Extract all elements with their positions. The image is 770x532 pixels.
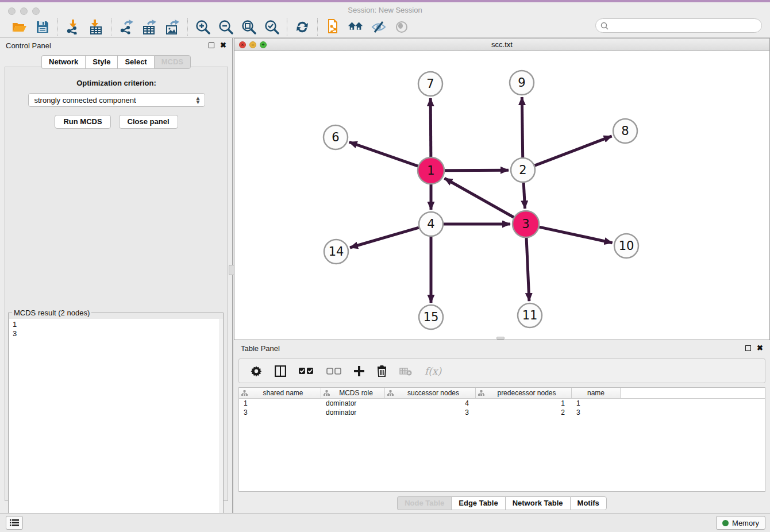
column-view-icon[interactable] (275, 365, 286, 377)
cell-name[interactable]: 3 (572, 408, 621, 417)
graph-node-4[interactable]: 4 (419, 212, 443, 236)
cell-mcds-role[interactable]: dominator (321, 408, 385, 417)
column-header-successor-nodes[interactable]: successor nodes (385, 388, 476, 398)
tab-mcds[interactable]: MCDS (154, 55, 191, 69)
function-builder-icon[interactable]: f(x) (425, 365, 441, 377)
tab-network[interactable]: Network (41, 55, 85, 69)
mcds-tab-content: Optimization criterion: strongly connect… (5, 67, 228, 501)
save-session-icon[interactable] (34, 19, 51, 35)
graph-edge-1-2[interactable] (445, 170, 509, 171)
open-session-icon[interactable] (11, 19, 28, 35)
add-column-icon[interactable] (354, 366, 364, 376)
column-header-shared-name[interactable]: shared name (239, 388, 321, 398)
search-input[interactable] (611, 21, 761, 30)
tab-edge-table[interactable]: Edge Table (451, 496, 505, 510)
table-row[interactable]: 3 dominator 3 2 3 (239, 408, 765, 417)
panel-split-divider[interactable] (232, 38, 233, 513)
global-search[interactable] (595, 18, 762, 33)
cell-successor-nodes[interactable]: 4 (385, 399, 476, 408)
node-table[interactable]: shared name MCDS role successor nodes pr… (238, 387, 765, 492)
cell-mcds-role[interactable]: dominator (321, 399, 385, 408)
export-image-icon[interactable] (164, 19, 180, 35)
graph-node-15[interactable]: 15 (419, 305, 443, 329)
cell-shared-name[interactable]: 3 (239, 408, 321, 417)
new-network-from-selection-icon[interactable] (325, 19, 341, 35)
graph-edge-2-9[interactable] (522, 97, 522, 157)
zoom-in-icon[interactable] (195, 19, 211, 35)
cell-predecessor-nodes[interactable]: 1 (476, 399, 572, 408)
select-all-icon[interactable] (299, 367, 314, 375)
mcds-result-text[interactable]: 1 3 (9, 319, 222, 527)
first-neighbors-icon[interactable] (348, 19, 364, 35)
network-maximize-icon[interactable]: + (260, 41, 267, 48)
zoom-selected-icon[interactable] (264, 19, 280, 35)
result-scrollbar[interactable] (219, 319, 223, 527)
column-header-mcds-role[interactable]: MCDS role (321, 388, 385, 398)
graph-node-label: 2 (519, 163, 526, 177)
cell-successor-nodes[interactable]: 3 (385, 408, 476, 417)
graph-edge-3-11[interactable] (526, 238, 529, 301)
show-all-icon[interactable] (394, 19, 410, 35)
graph-node-10[interactable]: 10 (614, 234, 638, 258)
tab-node-table[interactable]: Node Table (397, 496, 451, 510)
main-toolbar (0, 16, 770, 38)
delete-icon[interactable] (377, 365, 387, 377)
float-table-panel-icon[interactable] (745, 345, 751, 351)
graph-node-14[interactable]: 14 (324, 240, 348, 264)
tab-network-table[interactable]: Network Table (505, 496, 570, 510)
import-network-icon[interactable] (65, 19, 81, 35)
network-minimize-icon[interactable]: − (249, 41, 256, 48)
zoom-fit-icon[interactable] (241, 19, 257, 35)
deselect-all-icon[interactable] (326, 367, 341, 375)
export-table-icon[interactable] (141, 19, 157, 35)
close-panel-button[interactable]: Close panel (119, 115, 178, 129)
graph-edge-4-14[interactable] (350, 228, 419, 248)
column-header-predecessor-nodes[interactable]: predecessor nodes (476, 388, 572, 398)
graph-node-1[interactable]: 1 (418, 157, 444, 184)
tab-select[interactable]: Select (117, 55, 153, 69)
graph-node-11[interactable]: 11 (518, 303, 542, 327)
import-table-icon[interactable] (88, 19, 104, 35)
settings-gear-icon[interactable] (251, 365, 262, 377)
app-titlebar: Session: New Session (0, 2, 770, 16)
graph-node-3[interactable]: 3 (513, 211, 539, 237)
graph-edge-1-6[interactable] (349, 142, 418, 166)
export-network-icon[interactable] (118, 19, 134, 35)
network-window-title: scc.txt (234, 38, 769, 51)
tab-motifs[interactable]: Motifs (570, 496, 607, 510)
criterion-select[interactable]: strongly connected component ▲▼ (28, 93, 205, 107)
graph-node-label: 15 (424, 310, 439, 324)
network-canvas[interactable]: 7968124314101511 (234, 51, 769, 340)
graph-edge-2-3[interactable] (523, 183, 525, 209)
refresh-icon[interactable] (294, 19, 310, 35)
hide-selected-icon[interactable] (371, 19, 387, 35)
control-panel-title: Control Panel (6, 41, 209, 50)
table-row[interactable]: 1 dominator 4 1 1 (239, 399, 765, 408)
graph-node-label: 9 (518, 76, 525, 90)
graph-node-2[interactable]: 2 (511, 158, 535, 182)
close-panel-icon[interactable]: ✖ (220, 43, 226, 48)
graph-node-7[interactable]: 7 (418, 72, 442, 96)
clear-table-icon[interactable] (399, 367, 412, 376)
memory-button[interactable]: Memory (716, 516, 765, 530)
cell-predecessor-nodes[interactable]: 2 (476, 408, 572, 417)
network-window-titlebar[interactable]: × − + scc.txt (234, 38, 769, 51)
graph-edge-1-7[interactable] (430, 98, 431, 157)
run-mcds-button[interactable]: Run MCDS (55, 115, 110, 129)
graph-node-9[interactable]: 9 (510, 71, 534, 95)
graph-edge-3-10[interactable] (539, 227, 612, 243)
cell-name[interactable]: 1 (572, 399, 621, 408)
close-table-panel-icon[interactable]: ✖ (757, 345, 763, 351)
column-header-name[interactable]: name (572, 388, 621, 398)
network-hscrollbar[interactable] (496, 337, 505, 340)
graph-edge-3-1[interactable] (445, 178, 514, 217)
graph-edge-2-8[interactable] (535, 136, 612, 165)
tab-style[interactable]: Style (85, 55, 117, 69)
task-history-button[interactable] (6, 516, 23, 530)
network-close-icon[interactable]: × (239, 41, 246, 48)
float-panel-icon[interactable] (209, 43, 214, 48)
graph-node-6[interactable]: 6 (324, 125, 348, 149)
cell-shared-name[interactable]: 1 (239, 399, 321, 408)
graph-node-8[interactable]: 8 (613, 119, 637, 143)
zoom-out-icon[interactable] (218, 19, 234, 35)
